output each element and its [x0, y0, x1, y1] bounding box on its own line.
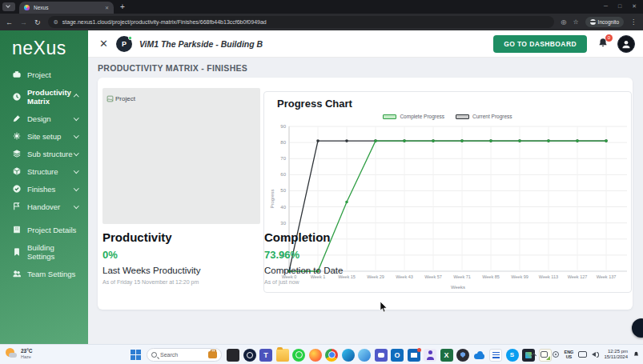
- sidebar-item-sub-structure[interactable]: Sub structure: [0, 145, 88, 162]
- taskbar-app-edge-beta-icon[interactable]: [358, 349, 371, 362]
- clock-time: 12:25 pm: [604, 349, 628, 354]
- screen: Nexus ✕ + ─ □ ✕ ← → ↻ ⚙ stage.nexus1.clo…: [0, 0, 643, 364]
- user-avatar[interactable]: [617, 35, 635, 53]
- taskbar-app-chrome-icon[interactable]: [325, 349, 338, 362]
- sidebar-nav: ProjectProductivity MatrixDesignSite set…: [0, 66, 88, 282]
- share-icon[interactable]: ◎: [561, 18, 566, 26]
- forward-icon[interactable]: →: [20, 18, 27, 26]
- sidebar-item-label: Design: [27, 114, 51, 123]
- taskbar-app-skype-icon[interactable]: [506, 349, 519, 362]
- sidebar-item-project-details[interactable]: Project Details: [0, 221, 88, 238]
- start-button[interactable]: [131, 350, 142, 361]
- legend-item: Current Progress: [456, 114, 512, 119]
- maximize-icon[interactable]: □: [618, 1, 621, 12]
- sidebar-item-team-settings[interactable]: Team Settings: [0, 265, 88, 282]
- bookmark-star-icon[interactable]: ☆: [573, 18, 578, 26]
- taskbar-app-outlook-mail-icon[interactable]: [408, 349, 420, 362]
- sidebar-item-project[interactable]: Project: [0, 66, 88, 83]
- search-placeholder: Search: [160, 352, 205, 358]
- taskbar-app-onedrive-icon[interactable]: [473, 349, 486, 362]
- taskbar-apps: [227, 349, 552, 362]
- chart-legend: Complete ProgressCurrent Progress: [264, 114, 631, 119]
- taskbar-app-people-icon[interactable]: [424, 349, 436, 362]
- taskbar-app-vpn-app-icon[interactable]: [243, 349, 256, 362]
- taskbar-app-firefox-icon[interactable]: [309, 349, 322, 362]
- tray-overflow-icon[interactable]: [531, 353, 537, 358]
- keyboard-icon[interactable]: [578, 351, 587, 358]
- reload-icon[interactable]: ↻: [34, 18, 41, 26]
- svg-text:Week 85: Week 85: [482, 274, 500, 279]
- people-icon: [12, 270, 21, 278]
- flag-icon: [12, 202, 21, 211]
- taskbar-app-teams-chat-icon[interactable]: [375, 349, 388, 362]
- taskbar-weather[interactable]: 23°C Haze: [5, 347, 33, 360]
- main-area: ✕ P ViM1 The Parkside - Building B GO TO…: [88, 30, 643, 344]
- sidebar-item-site-setup[interactable]: Site setup: [0, 127, 88, 145]
- window-controls: ─ □ ✕: [604, 1, 637, 12]
- chevron-down-icon: [74, 133, 78, 138]
- site-info-icon[interactable]: ⚙: [54, 19, 58, 26]
- taskbar-app-teams-icon[interactable]: [259, 349, 272, 362]
- tab-close-icon[interactable]: ✕: [105, 5, 109, 10]
- taskbar-clock[interactable]: 12:25 pm 15/11/2024: [604, 349, 628, 360]
- taskbar-app-edge-icon[interactable]: [342, 349, 355, 362]
- close-window-icon[interactable]: ✕: [632, 1, 637, 12]
- sidebar-item-building-settings[interactable]: Building Settings: [0, 238, 88, 265]
- taskbar-search[interactable]: Search: [147, 348, 222, 362]
- volume-icon[interactable]: [592, 352, 599, 358]
- back-icon[interactable]: ←: [6, 18, 13, 26]
- sidebar: neXus ProjectProductivity MatrixDesignSi…: [0, 30, 88, 344]
- new-tab-button[interactable]: +: [120, 2, 125, 12]
- browser-tabstrip: Nexus ✕ + ─ □ ✕: [0, 0, 643, 14]
- sidebar-item-label: Project: [27, 70, 51, 79]
- legend-swatch: [383, 114, 396, 119]
- project-avatar[interactable]: P: [116, 36, 132, 52]
- app-header: ✕ P ViM1 The Parkside - Building B GO TO…: [88, 30, 643, 58]
- notification-badge: 0: [605, 34, 613, 42]
- taskbar-app-outlook-icon[interactable]: [391, 349, 404, 362]
- taskbar-app-excel-icon[interactable]: [440, 349, 453, 362]
- address-bar[interactable]: ⚙ stage.nexus1.cloud/project/productivit…: [48, 16, 555, 28]
- go-to-dashboard-button[interactable]: GO TO DASHBOARD: [493, 35, 587, 53]
- taskbar-app-file-explorer-icon[interactable]: [276, 349, 289, 362]
- minimize-icon[interactable]: ─: [604, 1, 608, 12]
- browser-tab[interactable]: Nexus ✕: [19, 2, 114, 14]
- tab-search-button[interactable]: [2, 2, 15, 11]
- image-alt-text: Project: [115, 95, 135, 102]
- incognito-badge: Incognito: [585, 17, 624, 27]
- mouse-cursor: [380, 302, 388, 313]
- chevron-down-icon: [74, 203, 78, 208]
- gear-icon: [12, 132, 21, 141]
- sidebar-item-handover[interactable]: Handover: [0, 198, 88, 215]
- workspace: neXus ProjectProductivity MatrixDesignSi…: [0, 30, 643, 344]
- sidebar-item-productivity-matrix[interactable]: Productivity Matrix: [0, 83, 88, 110]
- close-icon[interactable]: ✕: [99, 38, 108, 50]
- check-circle-icon: [12, 185, 21, 194]
- legend-label: Current Progress: [472, 114, 512, 119]
- taskbar-app-whatsapp-icon[interactable]: [292, 349, 305, 362]
- search-highlight-icon: [208, 351, 217, 358]
- sidebar-item-label: Productivity Matrix: [27, 88, 80, 106]
- notifications-button[interactable]: 0: [597, 38, 610, 50]
- system-tray: ENG US 12:25 pm 15/11/2024: [532, 347, 640, 362]
- sidebar-item-structure[interactable]: Structure: [0, 162, 88, 180]
- taskbar-app-black-app-icon[interactable]: [227, 349, 239, 362]
- notification-center-icon[interactable]: [633, 347, 640, 362]
- tray-device-icon[interactable]: [541, 351, 548, 358]
- sidebar-item-finishes[interactable]: Finishes: [0, 180, 88, 198]
- svg-text:40: 40: [280, 205, 286, 210]
- bookmark-icon: [12, 247, 21, 256]
- completion-title: Completion: [264, 230, 432, 244]
- sidebar-item-design[interactable]: Design: [0, 110, 88, 127]
- chevron-down-icon: [74, 115, 78, 120]
- section-heading: PRODUCTIVITY MATRIX - FINISHES: [98, 63, 247, 73]
- taskbar-app-defender-icon[interactable]: [456, 349, 469, 362]
- clock-icon: [12, 92, 21, 101]
- tray-network-icon[interactable]: [553, 351, 559, 358]
- taskbar-app-todo-icon[interactable]: [489, 349, 502, 362]
- language-indicator[interactable]: ENG US: [564, 350, 573, 359]
- browser-menu-icon[interactable]: ⋮: [630, 18, 637, 26]
- chevron-down-icon: [74, 150, 78, 155]
- incognito-icon: [590, 19, 596, 25]
- broken-image-icon: Project: [106, 95, 135, 102]
